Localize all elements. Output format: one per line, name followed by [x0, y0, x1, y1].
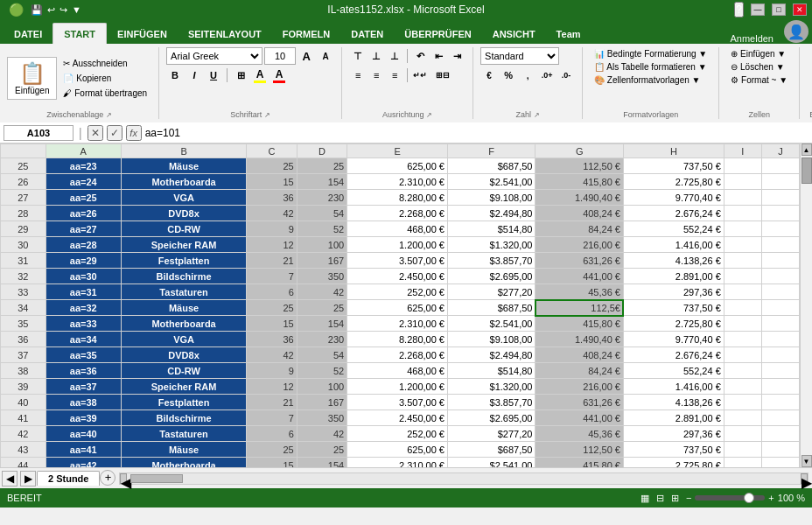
tab-einfuegen[interactable]: EINFÜGEN [107, 24, 178, 44]
cancel-formula-btn[interactable]: ✕ [88, 125, 103, 141]
cell-e[interactable]: 468,00 € [347, 221, 448, 237]
cell-c[interactable]: 42 [247, 347, 297, 363]
cell-i[interactable] [724, 300, 761, 316]
cell-j[interactable] [761, 316, 799, 332]
cell-h[interactable]: 297,36 € [623, 284, 724, 300]
cell-c[interactable]: 42 [247, 206, 297, 221]
cell-i[interactable] [724, 347, 761, 363]
cell-b[interactable]: Motherboarda [121, 174, 247, 190]
cell-e[interactable]: 2.310,00 € [347, 316, 448, 332]
cell-a[interactable]: aa=35 [46, 347, 121, 363]
paste-btn[interactable]: 📋 Einfügen [7, 57, 57, 100]
cell-b[interactable]: Tastaturen [121, 284, 247, 300]
cell-g[interactable]: 631,26 € [536, 395, 623, 410]
name-box[interactable] [4, 125, 74, 141]
cell-d[interactable]: 230 [297, 332, 346, 347]
cell-a[interactable]: aa=28 [46, 237, 121, 253]
view-layout-icon[interactable]: ⊟ [656, 493, 664, 504]
cell-d[interactable]: 154 [297, 458, 346, 468]
cell-g[interactable]: 112,5€ [536, 300, 623, 316]
cell-g[interactable]: 415,80 € [536, 316, 623, 332]
cell-a[interactable]: aa=29 [46, 253, 121, 269]
cell-a[interactable]: aa=30 [46, 269, 121, 284]
row-header[interactable]: 28 [1, 206, 46, 221]
zoom-slider[interactable] [695, 495, 765, 500]
login-btn[interactable]: Anmelden [723, 33, 780, 44]
cell-styles-btn[interactable]: 🎨 Zellenformatvorlagen ▼ [590, 74, 711, 87]
cell-a[interactable]: aa=36 [46, 363, 121, 379]
col-header-e[interactable]: E [347, 144, 448, 158]
row-header[interactable]: 40 [1, 395, 46, 410]
format-as-table-btn[interactable]: 📋 Als Tabelle formatieren ▼ [590, 60, 711, 74]
cell-e[interactable]: 3.507,00 € [347, 395, 448, 410]
cell-f[interactable]: $277,20 [447, 284, 535, 300]
bold-btn[interactable]: B [166, 66, 184, 84]
cell-j[interactable] [761, 442, 799, 458]
cell-f[interactable]: $277,20 [447, 426, 535, 442]
tab-ueberpruefung[interactable]: ÜBERPRÜFEN [394, 24, 481, 44]
text-direction-btn[interactable]: ↶ [411, 47, 429, 65]
cell-i[interactable] [724, 190, 761, 206]
wrap-text-btn[interactable]: ↵↵ [411, 66, 429, 84]
indent-dec-btn[interactable]: ⇤ [430, 47, 447, 65]
cell-h[interactable]: 737,50 € [623, 442, 724, 458]
cell-g[interactable]: 216,00 € [536, 379, 623, 395]
cell-e[interactable]: 252,00 € [347, 426, 448, 442]
cell-g[interactable]: 631,26 € [536, 253, 623, 269]
row-header[interactable]: 34 [1, 300, 46, 316]
scroll-down-btn[interactable]: ▼ [802, 455, 812, 467]
cell-b[interactable]: Bildschirme [121, 269, 247, 284]
cell-h[interactable]: 4.138,26 € [623, 395, 724, 410]
row-header[interactable]: 29 [1, 221, 46, 237]
indent-inc-btn[interactable]: ⇥ [448, 47, 466, 65]
cell-a[interactable]: aa=37 [46, 379, 121, 395]
copy-btn[interactable]: 📄 Kopieren [59, 72, 151, 85]
cell-g[interactable]: 112,50 € [536, 158, 623, 174]
minimize-btn[interactable]: — [751, 4, 765, 16]
cell-c[interactable]: 21 [247, 253, 297, 269]
cell-i[interactable] [724, 363, 761, 379]
cell-e[interactable]: 468,00 € [347, 363, 448, 379]
cell-c[interactable]: 7 [247, 269, 297, 284]
cell-c[interactable]: 12 [247, 379, 297, 395]
cell-f[interactable]: $514,80 [447, 363, 535, 379]
thousands-btn[interactable]: , [519, 66, 536, 84]
cell-h[interactable]: 2.676,24 € [623, 347, 724, 363]
cell-j[interactable] [761, 410, 799, 426]
cell-d[interactable]: 42 [297, 284, 346, 300]
cell-e[interactable]: 252,00 € [347, 284, 448, 300]
col-header-c[interactable]: C [247, 144, 297, 158]
row-header[interactable]: 39 [1, 379, 46, 395]
cell-e[interactable]: 2.450,00 € [347, 410, 448, 426]
cell-f[interactable]: $2.541,00 [447, 458, 535, 468]
align-center-btn[interactable]: ≡ [368, 66, 385, 84]
cell-a[interactable]: aa=26 [46, 206, 121, 221]
cell-e[interactable]: 625,00 € [347, 442, 448, 458]
row-header[interactable]: 25 [1, 158, 46, 174]
cell-d[interactable]: 350 [297, 410, 346, 426]
horizontal-scrollbar[interactable]: ◀ ▶ [119, 472, 808, 485]
col-header-g[interactable]: G [536, 144, 623, 158]
cell-d[interactable]: 154 [297, 174, 346, 190]
insert-cells-btn[interactable]: ⊕ Einfügen ▼ [726, 47, 792, 60]
cell-i[interactable] [724, 410, 761, 426]
tab-start[interactable]: START [52, 23, 107, 44]
insert-function-btn[interactable]: fx [126, 125, 142, 141]
cell-j[interactable] [761, 158, 799, 174]
tab-datei[interactable]: DATEI [4, 24, 52, 44]
cell-h[interactable]: 1.416,00 € [623, 379, 724, 395]
help-btn[interactable]: ? [734, 2, 744, 18]
col-header-f[interactable]: F [447, 144, 535, 158]
cell-b[interactable]: Speicher RAM [121, 379, 247, 395]
font-color-btn[interactable]: A [270, 66, 288, 84]
cell-d[interactable]: 350 [297, 269, 346, 284]
cell-f[interactable]: $1.320,00 [447, 237, 535, 253]
cell-e[interactable]: 2.310,00 € [347, 174, 448, 190]
close-btn[interactable]: ✕ [793, 4, 807, 16]
cell-g[interactable]: 441,00 € [536, 410, 623, 426]
tab-team[interactable]: Team [546, 24, 592, 44]
cell-j[interactable] [761, 332, 799, 347]
cell-h[interactable]: 737,50 € [623, 300, 724, 316]
cell-g[interactable]: 408,24 € [536, 347, 623, 363]
cell-c[interactable]: 25 [247, 442, 297, 458]
